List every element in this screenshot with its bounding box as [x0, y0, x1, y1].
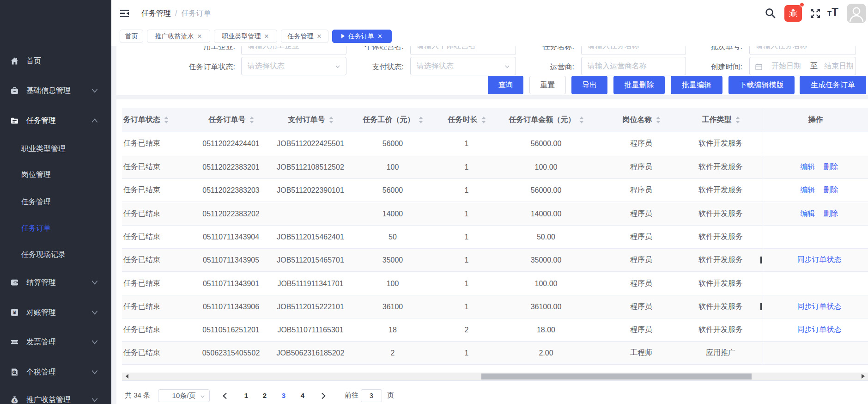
svg-text:¥: ¥	[13, 309, 16, 315]
svg-text:$: $	[13, 371, 15, 374]
svg-text:$: $	[13, 398, 16, 403]
